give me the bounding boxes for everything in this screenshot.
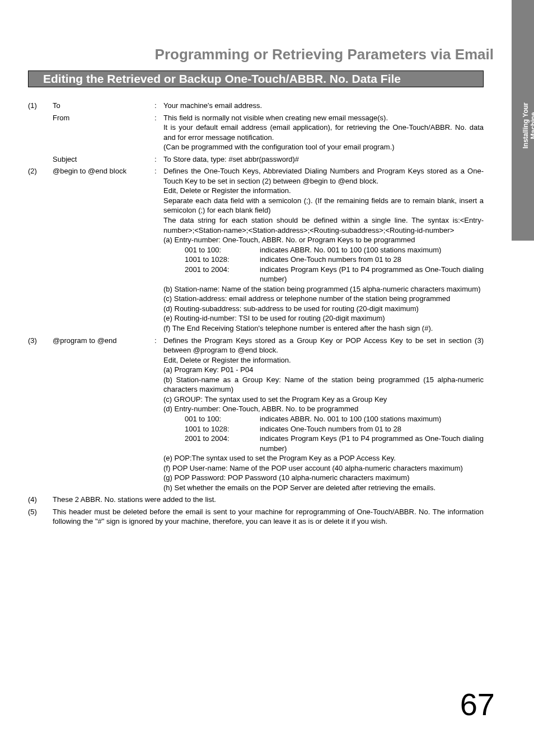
field-label: @program to @end (53, 336, 154, 493)
field-label: To (53, 101, 154, 111)
item-text: These 2 ABBR. No. stations were added to… (53, 495, 484, 505)
item-index: (2) (28, 166, 53, 333)
side-tab-label: Installing YourMachine (522, 102, 534, 148)
section-heading-text: Editing the Retrieved or Backup One-Touc… (29, 71, 483, 86)
field-value: Defines the Program Keys stored as a Gro… (163, 336, 484, 493)
item-index: (3) (28, 336, 53, 493)
side-tab: Installing YourMachine (512, 0, 534, 241)
item-index: (4) (28, 495, 53, 505)
field-label: From (53, 113, 154, 152)
field-label: @begin to @end block (53, 166, 154, 333)
colon: : (154, 101, 163, 111)
colon: : (154, 154, 163, 165)
colon: : (154, 166, 163, 333)
item-text: This header must be deleted before the e… (53, 507, 484, 527)
field-label: Subject (53, 154, 154, 165)
field-value: Your machine's email address. (163, 101, 484, 111)
colon: : (154, 336, 163, 493)
page-title: Programming or Retrieving Parameters via… (155, 46, 494, 63)
field-value: Defines the One-Touch Keys, Abbreviated … (163, 166, 484, 333)
colon: : (154, 113, 163, 152)
item-index: (5) (28, 507, 53, 527)
item-index: (1) (28, 101, 53, 111)
field-value: This field is normally not visible when … (163, 113, 484, 152)
content-body: (1) To : Your machine's email address. F… (28, 101, 484, 529)
section-heading-bar: Editing the Retrieved or Backup One-Touc… (28, 71, 484, 87)
page-number: 67 (460, 686, 495, 722)
field-value: To Store data, type: #set abbr(password)… (163, 154, 484, 165)
